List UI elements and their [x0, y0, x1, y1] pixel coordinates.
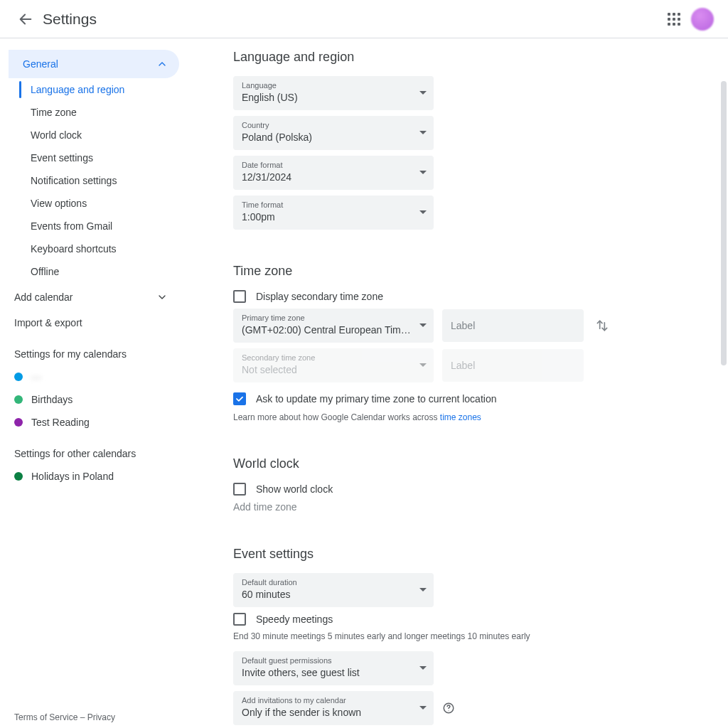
chevron-up-icon: [156, 58, 168, 70]
footer-legal: Terms of Service – Privacy: [14, 712, 115, 722]
my-calendars-header: Settings for my calendars: [0, 334, 188, 365]
settings-sidebar: General Language and region Time zone Wo…: [0, 38, 188, 728]
apps-launcher-button[interactable]: [660, 5, 688, 33]
language-select[interactable]: Language English (US): [233, 76, 434, 110]
general-label: General: [23, 58, 58, 70]
time-format-select[interactable]: Time format 1:00pm: [233, 196, 434, 230]
caret-down-icon: [419, 588, 427, 592]
time-zone-title: Time zone: [233, 264, 700, 279]
caret-down-icon: [419, 666, 427, 670]
nav-event-settings[interactable]: Event settings: [2, 146, 188, 169]
language-region-title: Language and region: [233, 50, 700, 65]
help-circle-icon: [442, 702, 455, 714]
calendar-item-primary[interactable]: —: [0, 365, 188, 388]
nav-keyboard-shortcuts[interactable]: Keyboard shortcuts: [2, 237, 188, 260]
caret-down-icon: [419, 706, 427, 710]
chevron-down-icon: [156, 291, 168, 303]
terms-link[interactable]: Terms of Service: [14, 712, 77, 722]
ask-update-tz-checkbox-row[interactable]: Ask to update my primary time zone to cu…: [233, 392, 700, 405]
secondary-tz-checkbox-row[interactable]: Display secondary time zone: [233, 290, 700, 303]
calendar-name: Holidays in Poland: [31, 471, 114, 482]
calendar-name: —: [31, 371, 41, 382]
general-subnav: Language and region Time zone World cloc…: [0, 78, 188, 283]
tz-help-text: Learn more about how Google Calendar wor…: [233, 412, 700, 422]
calendar-dot-icon: [14, 472, 23, 481]
country-select[interactable]: Country Poland (Polska): [233, 116, 434, 150]
avatar-icon: [691, 8, 714, 31]
header-bar: Settings: [0, 0, 728, 38]
calendar-dot-icon: [14, 373, 23, 381]
page-title: Settings: [43, 11, 97, 28]
calendar-item-birthdays[interactable]: Birthdays: [0, 388, 188, 411]
nav-time-zone[interactable]: Time zone: [2, 101, 188, 124]
settings-content: Language and region Language English (US…: [188, 38, 728, 728]
caret-down-icon: [419, 131, 427, 135]
event-settings-title: Event settings: [233, 547, 700, 562]
date-format-select[interactable]: Date format 12/31/2024: [233, 156, 434, 190]
nav-offline[interactable]: Offline: [2, 260, 188, 283]
account-avatar[interactable]: [688, 5, 717, 33]
show-world-clock-checkbox-row[interactable]: Show world clock: [233, 483, 700, 496]
nav-language-region[interactable]: Language and region: [2, 78, 188, 101]
nav-view-options[interactable]: View options: [2, 192, 188, 215]
calendar-dot-icon: [14, 418, 23, 427]
arrow-left-icon: [18, 11, 33, 27]
scrollbar-thumb[interactable]: [721, 81, 727, 365]
apps-grid-icon: [668, 13, 680, 26]
checkbox-icon: [233, 613, 246, 626]
calendar-item-test-reading[interactable]: Test Reading: [0, 411, 188, 434]
invitations-help-button[interactable]: [442, 702, 455, 714]
world-clock-title: World clock: [233, 456, 700, 471]
section-world-clock: World clock Show world clock Add time zo…: [233, 456, 700, 513]
secondary-tz-select: Secondary time zone Not selected: [233, 348, 434, 382]
back-button[interactable]: [11, 5, 40, 33]
nav-world-clock[interactable]: World clock: [2, 124, 188, 146]
caret-down-icon: [419, 363, 427, 368]
speedy-meetings-checkbox-row[interactable]: Speedy meetings: [233, 613, 700, 626]
svg-point-2: [448, 710, 449, 711]
section-language-region: Language and region Language English (US…: [233, 50, 700, 230]
guest-permissions-select[interactable]: Default guest permissions Invite others,…: [233, 651, 434, 685]
default-duration-select[interactable]: Default duration 60 minutes: [233, 573, 434, 607]
nav-events-from-gmail[interactable]: Events from Gmail: [2, 215, 188, 237]
primary-tz-select[interactable]: Primary time zone (GMT+02:00) Central Eu…: [233, 309, 434, 343]
add-calendar-toggle[interactable]: Add calendar: [0, 283, 188, 311]
section-time-zone: Time zone Display secondary time zone Pr…: [233, 264, 700, 422]
checkbox-icon: [233, 392, 246, 405]
nav-notification-settings[interactable]: Notification settings: [2, 169, 188, 192]
import-export-link[interactable]: Import & export: [0, 311, 188, 334]
caret-down-icon: [419, 323, 427, 328]
calendar-dot-icon: [14, 395, 23, 404]
calendar-name: Birthdays: [31, 394, 73, 405]
speedy-meetings-label: Speedy meetings: [256, 614, 333, 625]
secondary-tz-label-input: [442, 349, 584, 382]
primary-tz-label-input[interactable]: [442, 309, 584, 342]
add-calendar-label: Add calendar: [14, 291, 73, 303]
section-event-settings: Event settings Default duration 60 minut…: [233, 547, 700, 728]
ask-update-tz-label: Ask to update my primary time zone to cu…: [256, 393, 496, 405]
checkbox-icon: [233, 290, 246, 303]
secondary-tz-label: Display secondary time zone: [256, 291, 383, 302]
swap-vertical-icon: [595, 318, 609, 333]
speedy-meetings-desc: End 30 minute meetings 5 minutes early a…: [233, 631, 700, 641]
tz-help-link[interactable]: time zones: [440, 412, 481, 422]
calendar-item-holidays[interactable]: Holidays in Poland: [0, 465, 188, 488]
caret-down-icon: [419, 171, 427, 175]
other-calendars-header: Settings for other calendars: [0, 434, 188, 465]
general-section-toggle[interactable]: General: [9, 50, 179, 78]
add-world-clock-tz: Add time zone: [233, 501, 700, 513]
caret-down-icon: [419, 210, 427, 215]
add-invitations-select[interactable]: Add invitations to my calendar Only if t…: [233, 691, 434, 725]
checkbox-icon: [233, 483, 246, 496]
caret-down-icon: [419, 91, 427, 95]
swap-tz-button: [592, 318, 612, 333]
calendar-name: Test Reading: [31, 417, 90, 428]
privacy-link[interactable]: Privacy: [87, 712, 115, 722]
show-world-clock-label: Show world clock: [256, 483, 333, 495]
